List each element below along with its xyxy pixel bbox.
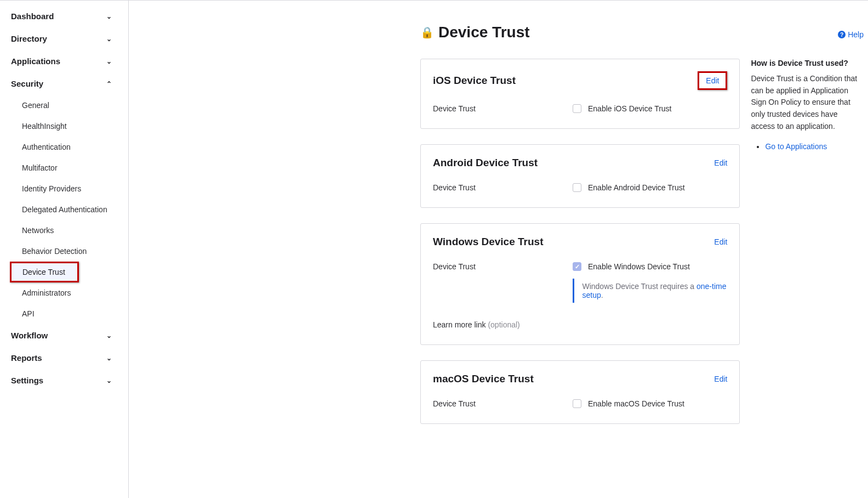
page-title-row: 🔒 Device Trust <box>420 24 868 41</box>
info-bar: Windows Device Trust requires a one-time… <box>573 279 727 303</box>
sidebar-item-applications[interactable]: Applications ⌄ <box>0 50 128 72</box>
checkbox-label: Enable Android Device Trust <box>588 183 685 192</box>
help-body: Device Trust is a Condition that can be … <box>751 73 861 132</box>
go-to-applications-link[interactable]: Go to Applications <box>765 142 827 151</box>
sidebar-item-workflow[interactable]: Workflow ⌄ <box>0 324 128 347</box>
sidebar-sub-delegated-authentication[interactable]: Delegated Authentication <box>0 199 128 220</box>
card-title: Windows Device Trust <box>433 236 544 248</box>
checkbox-enable-android[interactable] <box>573 183 581 192</box>
sidebar-sub-authentication[interactable]: Authentication <box>0 137 128 157</box>
edit-button-highlight: Edit <box>698 71 727 90</box>
sidebar-label: Applications <box>11 56 60 66</box>
sidebar-label: Workflow <box>11 331 48 340</box>
card-android: Android Device Trust Edit Device Trust E… <box>420 144 740 208</box>
cards-column: iOS Device Trust Edit Device Trust Enabl… <box>420 59 740 439</box>
edit-button[interactable]: Edit <box>714 237 727 246</box>
help-panel: How is Device Trust used? Device Trust i… <box>751 59 868 439</box>
help-label: Help <box>848 30 864 39</box>
sidebar-sub-general[interactable]: General <box>0 95 128 116</box>
chevron-down-icon: ⌄ <box>106 13 112 20</box>
sidebar-label: Settings <box>11 376 43 385</box>
help-link[interactable]: ? Help <box>838 30 864 39</box>
sidebar-item-directory[interactable]: Directory ⌄ <box>0 27 128 50</box>
info-message: Windows Device Trust requires a one-time… <box>582 279 727 303</box>
checkbox-enable-windows[interactable]: ✓ <box>573 262 581 271</box>
row-label: Device Trust <box>433 399 573 408</box>
chevron-down-icon: ⌄ <box>106 354 112 362</box>
checkbox-enable-macos[interactable] <box>573 399 581 408</box>
checkbox-label: Enable iOS Device Trust <box>588 104 672 113</box>
sidebar-sub-identity-providers[interactable]: Identity Providers <box>0 178 128 199</box>
sidebar-item-reports[interactable]: Reports ⌄ <box>0 347 128 369</box>
sidebar: Dashboard ⌄ Directory ⌄ Applications ⌄ S… <box>0 1 129 498</box>
card-macos: macOS Device Trust Edit Device Trust Ena… <box>420 360 740 424</box>
card-title: macOS Device Trust <box>433 373 534 385</box>
card-title: Android Device Trust <box>433 157 538 169</box>
sidebar-label: Reports <box>11 353 42 363</box>
sidebar-item-settings[interactable]: Settings ⌄ <box>0 369 128 392</box>
sidebar-label: Security <box>11 79 43 88</box>
card-title: iOS Device Trust <box>433 75 516 87</box>
row-label: Device Trust <box>433 262 573 271</box>
edit-button[interactable]: Edit <box>706 76 719 85</box>
chevron-down-icon: ⌄ <box>106 35 112 43</box>
main-content: 🔒 Device Trust ? Help iOS Device Trust E… <box>129 1 868 498</box>
learn-more-row: Learn more link (optional) <box>433 320 727 329</box>
page-title: Device Trust <box>438 24 530 41</box>
lock-icon: 🔒 <box>420 26 434 39</box>
checkbox-label: Enable Windows Device Trust <box>588 262 690 271</box>
chevron-down-icon: ⌄ <box>106 332 112 339</box>
sidebar-sub-administrators[interactable]: Administrators <box>0 282 128 303</box>
edit-button[interactable]: Edit <box>714 375 727 383</box>
sidebar-item-dashboard[interactable]: Dashboard ⌄ <box>0 5 128 27</box>
sidebar-sub-device-trust[interactable]: Device Trust <box>10 262 79 282</box>
chevron-down-icon: ⌄ <box>106 58 112 65</box>
card-windows: Windows Device Trust Edit Device Trust ✓… <box>420 223 740 345</box>
sidebar-item-security[interactable]: Security ⌃ <box>0 72 128 95</box>
row-label: Device Trust <box>433 104 573 113</box>
row-label: Device Trust <box>433 183 573 192</box>
sidebar-sub-healthinsight[interactable]: HealthInsight <box>0 116 128 137</box>
help-icon: ? <box>838 31 846 38</box>
chevron-up-icon: ⌃ <box>106 80 112 88</box>
sidebar-sub-multifactor[interactable]: Multifactor <box>0 157 128 178</box>
sidebar-sub-api[interactable]: API <box>0 303 128 324</box>
info-stripe <box>573 279 574 303</box>
sidebar-sub-behavior-detection[interactable]: Behavior Detection <box>0 241 128 262</box>
help-heading: How is Device Trust used? <box>751 59 861 67</box>
checkbox-label: Enable macOS Device Trust <box>588 399 684 408</box>
sidebar-sub-networks[interactable]: Networks <box>0 220 128 241</box>
sidebar-label: Directory <box>11 34 47 43</box>
edit-button[interactable]: Edit <box>714 159 727 167</box>
checkbox-enable-ios[interactable] <box>573 104 581 113</box>
card-ios: iOS Device Trust Edit Device Trust Enabl… <box>420 59 740 129</box>
chevron-down-icon: ⌄ <box>106 377 112 384</box>
sidebar-label: Dashboard <box>11 12 54 21</box>
